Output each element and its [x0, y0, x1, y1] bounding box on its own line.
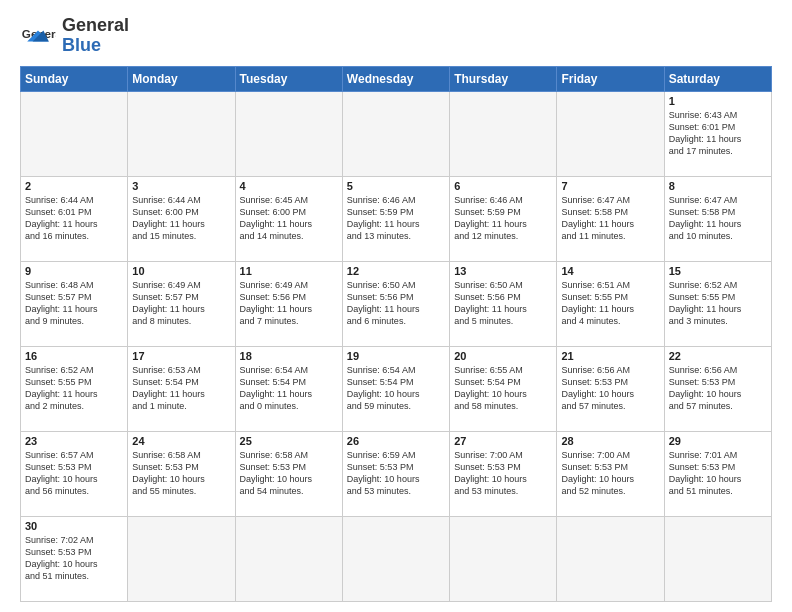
- day-number: 17: [132, 350, 230, 362]
- calendar-cell: 19Sunrise: 6:54 AM Sunset: 5:54 PM Dayli…: [342, 346, 449, 431]
- day-info: Sunrise: 6:50 AM Sunset: 5:56 PM Dayligh…: [454, 279, 552, 328]
- day-number: 27: [454, 435, 552, 447]
- calendar-row-2: 9Sunrise: 6:48 AM Sunset: 5:57 PM Daylig…: [21, 261, 772, 346]
- day-info: Sunrise: 6:55 AM Sunset: 5:54 PM Dayligh…: [454, 364, 552, 413]
- calendar-cell: [342, 91, 449, 176]
- calendar-cell: 29Sunrise: 7:01 AM Sunset: 5:53 PM Dayli…: [664, 431, 771, 516]
- calendar-cell: 8Sunrise: 6:47 AM Sunset: 5:58 PM Daylig…: [664, 176, 771, 261]
- day-info: Sunrise: 6:54 AM Sunset: 5:54 PM Dayligh…: [347, 364, 445, 413]
- calendar-cell: [235, 91, 342, 176]
- calendar-cell: 21Sunrise: 6:56 AM Sunset: 5:53 PM Dayli…: [557, 346, 664, 431]
- calendar-cell: 24Sunrise: 6:58 AM Sunset: 5:53 PM Dayli…: [128, 431, 235, 516]
- day-info: Sunrise: 6:50 AM Sunset: 5:56 PM Dayligh…: [347, 279, 445, 328]
- day-info: Sunrise: 6:49 AM Sunset: 5:57 PM Dayligh…: [132, 279, 230, 328]
- day-number: 12: [347, 265, 445, 277]
- weekday-header-row: SundayMondayTuesdayWednesdayThursdayFrid…: [21, 66, 772, 91]
- day-info: Sunrise: 6:58 AM Sunset: 5:53 PM Dayligh…: [240, 449, 338, 498]
- calendar-row-4: 23Sunrise: 6:57 AM Sunset: 5:53 PM Dayli…: [21, 431, 772, 516]
- day-number: 10: [132, 265, 230, 277]
- day-info: Sunrise: 6:43 AM Sunset: 6:01 PM Dayligh…: [669, 109, 767, 158]
- calendar-cell: [450, 516, 557, 601]
- day-info: Sunrise: 6:49 AM Sunset: 5:56 PM Dayligh…: [240, 279, 338, 328]
- day-number: 24: [132, 435, 230, 447]
- day-number: 18: [240, 350, 338, 362]
- logo: General General Blue: [20, 16, 129, 56]
- calendar-cell: 25Sunrise: 6:58 AM Sunset: 5:53 PM Dayli…: [235, 431, 342, 516]
- day-number: 21: [561, 350, 659, 362]
- calendar-cell: 6Sunrise: 6:46 AM Sunset: 5:59 PM Daylig…: [450, 176, 557, 261]
- calendar-cell: [450, 91, 557, 176]
- day-info: Sunrise: 6:56 AM Sunset: 5:53 PM Dayligh…: [669, 364, 767, 413]
- calendar-cell: 2Sunrise: 6:44 AM Sunset: 6:01 PM Daylig…: [21, 176, 128, 261]
- day-number: 7: [561, 180, 659, 192]
- day-number: 29: [669, 435, 767, 447]
- day-number: 8: [669, 180, 767, 192]
- day-info: Sunrise: 6:57 AM Sunset: 5:53 PM Dayligh…: [25, 449, 123, 498]
- calendar-cell: 20Sunrise: 6:55 AM Sunset: 5:54 PM Dayli…: [450, 346, 557, 431]
- calendar-cell: 12Sunrise: 6:50 AM Sunset: 5:56 PM Dayli…: [342, 261, 449, 346]
- calendar-cell: 27Sunrise: 7:00 AM Sunset: 5:53 PM Dayli…: [450, 431, 557, 516]
- day-info: Sunrise: 6:46 AM Sunset: 5:59 PM Dayligh…: [347, 194, 445, 243]
- day-number: 19: [347, 350, 445, 362]
- calendar-row-1: 2Sunrise: 6:44 AM Sunset: 6:01 PM Daylig…: [21, 176, 772, 261]
- calendar-row-5: 30Sunrise: 7:02 AM Sunset: 5:53 PM Dayli…: [21, 516, 772, 601]
- day-info: Sunrise: 7:00 AM Sunset: 5:53 PM Dayligh…: [561, 449, 659, 498]
- calendar-cell: 14Sunrise: 6:51 AM Sunset: 5:55 PM Dayli…: [557, 261, 664, 346]
- day-info: Sunrise: 6:52 AM Sunset: 5:55 PM Dayligh…: [25, 364, 123, 413]
- calendar-cell: 10Sunrise: 6:49 AM Sunset: 5:57 PM Dayli…: [128, 261, 235, 346]
- weekday-header-thursday: Thursday: [450, 66, 557, 91]
- day-info: Sunrise: 6:45 AM Sunset: 6:00 PM Dayligh…: [240, 194, 338, 243]
- day-number: 23: [25, 435, 123, 447]
- calendar-cell: [557, 91, 664, 176]
- day-info: Sunrise: 6:47 AM Sunset: 5:58 PM Dayligh…: [561, 194, 659, 243]
- calendar-cell: [21, 91, 128, 176]
- calendar-cell: 22Sunrise: 6:56 AM Sunset: 5:53 PM Dayli…: [664, 346, 771, 431]
- day-info: Sunrise: 7:01 AM Sunset: 5:53 PM Dayligh…: [669, 449, 767, 498]
- day-number: 4: [240, 180, 338, 192]
- calendar-cell: 30Sunrise: 7:02 AM Sunset: 5:53 PM Dayli…: [21, 516, 128, 601]
- day-info: Sunrise: 6:51 AM Sunset: 5:55 PM Dayligh…: [561, 279, 659, 328]
- calendar-cell: 11Sunrise: 6:49 AM Sunset: 5:56 PM Dayli…: [235, 261, 342, 346]
- header: General General Blue: [20, 16, 772, 56]
- day-info: Sunrise: 6:59 AM Sunset: 5:53 PM Dayligh…: [347, 449, 445, 498]
- day-info: Sunrise: 6:46 AM Sunset: 5:59 PM Dayligh…: [454, 194, 552, 243]
- day-info: Sunrise: 6:56 AM Sunset: 5:53 PM Dayligh…: [561, 364, 659, 413]
- day-info: Sunrise: 6:52 AM Sunset: 5:55 PM Dayligh…: [669, 279, 767, 328]
- calendar-cell: 23Sunrise: 6:57 AM Sunset: 5:53 PM Dayli…: [21, 431, 128, 516]
- weekday-header-tuesday: Tuesday: [235, 66, 342, 91]
- day-info: Sunrise: 6:47 AM Sunset: 5:58 PM Dayligh…: [669, 194, 767, 243]
- calendar-table: SundayMondayTuesdayWednesdayThursdayFrid…: [20, 66, 772, 602]
- calendar-cell: 7Sunrise: 6:47 AM Sunset: 5:58 PM Daylig…: [557, 176, 664, 261]
- day-info: Sunrise: 7:02 AM Sunset: 5:53 PM Dayligh…: [25, 534, 123, 583]
- calendar-cell: 1Sunrise: 6:43 AM Sunset: 6:01 PM Daylig…: [664, 91, 771, 176]
- weekday-header-sunday: Sunday: [21, 66, 128, 91]
- day-number: 22: [669, 350, 767, 362]
- calendar-cell: 17Sunrise: 6:53 AM Sunset: 5:54 PM Dayli…: [128, 346, 235, 431]
- day-info: Sunrise: 6:53 AM Sunset: 5:54 PM Dayligh…: [132, 364, 230, 413]
- calendar-cell: 15Sunrise: 6:52 AM Sunset: 5:55 PM Dayli…: [664, 261, 771, 346]
- day-number: 11: [240, 265, 338, 277]
- day-number: 9: [25, 265, 123, 277]
- calendar-cell: [664, 516, 771, 601]
- calendar-cell: 26Sunrise: 6:59 AM Sunset: 5:53 PM Dayli…: [342, 431, 449, 516]
- day-info: Sunrise: 6:48 AM Sunset: 5:57 PM Dayligh…: [25, 279, 123, 328]
- calendar-cell: [557, 516, 664, 601]
- day-number: 2: [25, 180, 123, 192]
- day-number: 16: [25, 350, 123, 362]
- calendar-cell: [128, 91, 235, 176]
- day-info: Sunrise: 6:58 AM Sunset: 5:53 PM Dayligh…: [132, 449, 230, 498]
- calendar-cell: [235, 516, 342, 601]
- calendar-cell: 4Sunrise: 6:45 AM Sunset: 6:00 PM Daylig…: [235, 176, 342, 261]
- logo-icon: General: [20, 18, 56, 54]
- day-number: 26: [347, 435, 445, 447]
- calendar-cell: 18Sunrise: 6:54 AM Sunset: 5:54 PM Dayli…: [235, 346, 342, 431]
- day-info: Sunrise: 6:54 AM Sunset: 5:54 PM Dayligh…: [240, 364, 338, 413]
- day-number: 20: [454, 350, 552, 362]
- day-number: 14: [561, 265, 659, 277]
- day-number: 1: [669, 95, 767, 107]
- weekday-header-friday: Friday: [557, 66, 664, 91]
- day-info: Sunrise: 7:00 AM Sunset: 5:53 PM Dayligh…: [454, 449, 552, 498]
- calendar-cell: 16Sunrise: 6:52 AM Sunset: 5:55 PM Dayli…: [21, 346, 128, 431]
- calendar-cell: 28Sunrise: 7:00 AM Sunset: 5:53 PM Dayli…: [557, 431, 664, 516]
- weekday-header-monday: Monday: [128, 66, 235, 91]
